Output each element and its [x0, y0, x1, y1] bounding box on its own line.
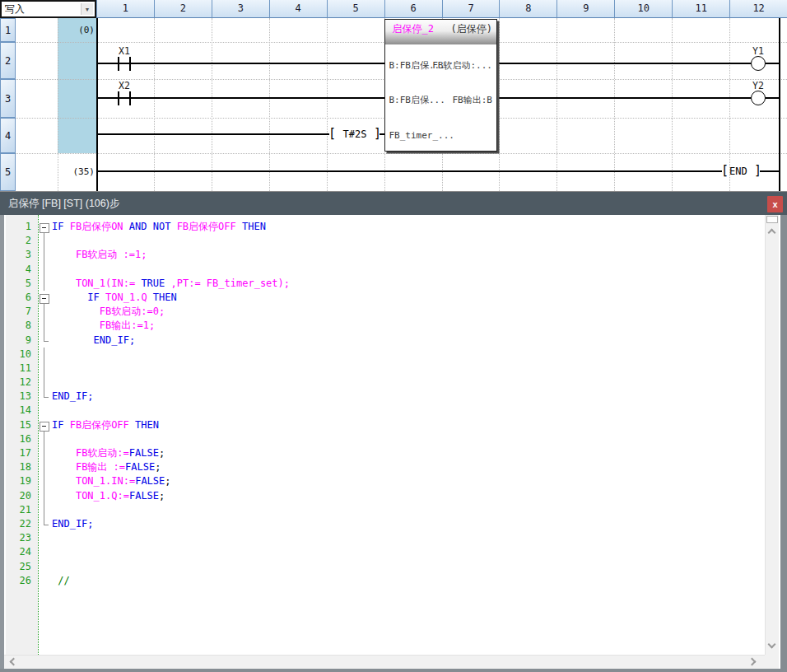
code-line[interactable]: 16: [6, 432, 773, 446]
function-block[interactable]: 启保停_2 (启保停) B:FB启保... B:FB启保... FB_timer…: [384, 19, 498, 152]
st-window-title: 启保停 [FB] [ST] (106)步: [8, 198, 119, 209]
code-line[interactable]: 23: [6, 531, 773, 545]
code-line[interactable]: 4: [6, 263, 773, 277]
code-text[interactable]: FB输出:=1;: [49, 319, 155, 333]
scroll-right-icon[interactable]: [748, 658, 757, 666]
ladder-editor-pane[interactable]: 写入 ▼ 1 2 3 4 5 6 7 8 9 10 11 12 1 2 3 4 …: [0, 0, 787, 191]
fold-toggle-icon[interactable]: [35, 291, 49, 305]
code-line[interactable]: 9 END_IF;: [6, 334, 773, 348]
code-text[interactable]: TON_1(IN:= TRUE ,PT:= FB_timer_set);: [49, 277, 290, 291]
mode-selector-dropdown[interactable]: 写入 ▼: [0, 0, 96, 18]
fold-guide: [35, 277, 49, 291]
function-block-header: 启保停_2 (启保停): [385, 20, 497, 44]
st-code-editor[interactable]: 1IF FB启保停ON AND NOT FB启保停OFF THEN23 FB软启…: [0, 215, 787, 672]
line-number: 7: [6, 305, 35, 319]
fold-guide: [35, 248, 49, 262]
vertical-scrollbar[interactable]: [765, 215, 779, 655]
splitter-handle[interactable]: [766, 216, 778, 223]
ladder-column-header-row: 写入 ▼ 1 2 3 4 5 6 7 8 9 10 11 12: [0, 0, 787, 18]
scroll-left-icon[interactable]: [10, 658, 18, 666]
code-line[interactable]: 8 FB输出:=1;: [6, 319, 773, 333]
code-line[interactable]: 22END_IF;: [6, 517, 773, 531]
code-text[interactable]: [49, 404, 52, 418]
fold-toggle-icon[interactable]: [35, 418, 49, 432]
wire: [497, 97, 751, 99]
window-right-border: [779, 215, 787, 672]
code-line[interactable]: 20 TON_1.Q:=FALSE;: [6, 489, 773, 503]
code-text[interactable]: [49, 545, 52, 559]
code-line[interactable]: 14: [6, 404, 773, 418]
left-bracket: [: [328, 128, 336, 140]
code-line[interactable]: 12: [6, 376, 773, 390]
chevron-down-icon[interactable]: ▼: [81, 3, 93, 15]
fb-instance-name: 启保停_2: [393, 22, 434, 44]
ladder-grid[interactable]: 1 2 3 4 5 (0) (35) X1: [0, 18, 787, 191]
code-line[interactable]: 11: [6, 362, 773, 376]
code-text[interactable]: IF FB启保停OFF THEN: [49, 418, 159, 432]
code-text[interactable]: FB软启动:=FALSE;: [49, 446, 165, 460]
code-line[interactable]: 13END_IF;: [6, 390, 773, 404]
code-line[interactable]: 3 FB软启动 :=1;: [6, 248, 773, 262]
coil-y1[interactable]: [751, 56, 766, 71]
code-line[interactable]: 24: [6, 545, 773, 559]
code-text[interactable]: FB软启动:=0;: [49, 305, 165, 319]
scroll-down-icon[interactable]: [768, 641, 776, 649]
code-line[interactable]: 5 TON_1(IN:= TRUE ,PT:= FB_timer_set);: [6, 277, 773, 291]
code-text-area[interactable]: 1IF FB启保停ON AND NOT FB启保停OFF THEN23 FB软启…: [6, 220, 773, 588]
code-text[interactable]: [49, 234, 52, 248]
code-line[interactable]: 25: [6, 560, 773, 574]
code-text[interactable]: IF FB启保停ON AND NOT FB启保停OFF THEN: [49, 220, 266, 234]
st-window-titlebar[interactable]: 启保停 [FB] [ST] (106)步 x: [0, 191, 787, 215]
line-number: 6: [6, 291, 35, 305]
code-text[interactable]: [49, 376, 52, 390]
column-header-1: 1: [96, 0, 154, 18]
code-line[interactable]: 15IF FB启保停OFF THEN: [6, 418, 773, 432]
code-text[interactable]: FB输出 :=FALSE;: [49, 460, 161, 474]
code-text[interactable]: [49, 432, 52, 446]
close-button[interactable]: x: [767, 196, 783, 212]
code-line[interactable]: 2: [6, 234, 773, 248]
code-text[interactable]: END_IF;: [49, 517, 94, 531]
code-text[interactable]: END_IF;: [49, 390, 94, 404]
code-line[interactable]: 1IF FB启保停ON AND NOT FB启保停OFF THEN: [6, 220, 773, 234]
end-instruction[interactable]: [ END ]: [721, 163, 761, 179]
code-text[interactable]: [49, 348, 52, 362]
coil-y2[interactable]: [751, 91, 766, 105]
code-text[interactable]: //: [49, 574, 70, 588]
timer-operand[interactable]: [ T#2S ]: [328, 126, 381, 142]
code-text[interactable]: [49, 560, 52, 574]
line-number: 21: [6, 503, 35, 517]
code-line[interactable]: 7 FB软启动:=0;: [6, 305, 773, 319]
code-line[interactable]: 21: [6, 503, 773, 517]
contact-x1[interactable]: [129, 57, 131, 71]
code-line[interactable]: 26 //: [6, 574, 773, 588]
code-text[interactable]: [49, 362, 52, 376]
code-text[interactable]: TON_1.IN:=FALSE;: [49, 474, 171, 488]
contact-x2[interactable]: [129, 91, 131, 105]
row-header-1: 1: [0, 18, 16, 42]
code-text[interactable]: [49, 531, 52, 545]
contact-x2[interactable]: [118, 91, 119, 105]
mode-selector-value: 写入: [5, 2, 25, 16]
code-text[interactable]: END_IF;: [49, 334, 135, 348]
code-line[interactable]: 18 FB输出 :=FALSE;: [6, 460, 773, 474]
code-line[interactable]: 17 FB软启动:=FALSE;: [6, 446, 773, 460]
code-text[interactable]: [49, 503, 52, 517]
fold-guide: [35, 432, 49, 446]
code-text[interactable]: [49, 263, 52, 277]
code-text[interactable]: FB软启动 :=1;: [49, 248, 147, 262]
fold-guide: [35, 319, 49, 333]
horizontal-scrollbar[interactable]: [4, 655, 765, 669]
line-number: 25: [6, 560, 35, 574]
scroll-up-icon[interactable]: [768, 229, 776, 237]
fold-guide: [35, 489, 49, 503]
fold-toggle-icon[interactable]: [35, 220, 49, 234]
code-line[interactable]: 10: [6, 348, 773, 362]
code-line[interactable]: 6 IF TON_1.Q THEN: [6, 291, 773, 305]
code-text[interactable]: IF TON_1.Q THEN: [49, 291, 177, 305]
wire: [766, 63, 779, 64]
grid-line: [154, 18, 155, 191]
code-text[interactable]: TON_1.Q:=FALSE;: [49, 489, 165, 503]
contact-x1[interactable]: [118, 57, 119, 71]
code-line[interactable]: 19 TON_1.IN:=FALSE;: [6, 474, 773, 488]
